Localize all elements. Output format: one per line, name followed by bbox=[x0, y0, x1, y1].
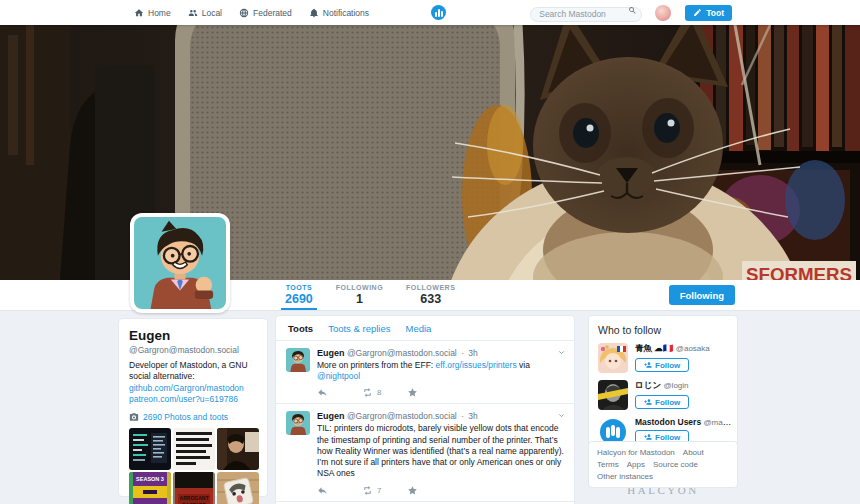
tab-toots-and-replies[interactable]: Toots & replies bbox=[328, 323, 390, 334]
tab-toots[interactable]: Toots bbox=[288, 323, 313, 334]
nav-item-notifications[interactable]: Notifications bbox=[309, 8, 369, 18]
media-tile-sticker[interactable] bbox=[217, 472, 259, 504]
eugen-avatar-illustration bbox=[134, 217, 226, 309]
toot-1[interactable]: Eugen @Gargron@mastodon.social · 3h More… bbox=[276, 341, 574, 404]
suggestion-info: 青魚 ☁🇫🇷 @aosaka Follow bbox=[635, 343, 728, 373]
photos-link-label: 2690 Photos and toots bbox=[143, 412, 228, 422]
profile-avatar[interactable] bbox=[130, 213, 230, 313]
profile-header-image[interactable]: SFORMERS bbox=[0, 25, 860, 280]
photos-and-toots-link[interactable]: 2690 Photos and toots bbox=[129, 412, 257, 422]
home-icon bbox=[134, 8, 144, 18]
chevron-down-icon[interactable] bbox=[557, 348, 566, 357]
media-tile-beer-box[interactable]: ARROGANT BASTARD bbox=[173, 472, 215, 504]
stat-followers-label: FOLLOWERS bbox=[406, 284, 455, 291]
reply-button[interactable] bbox=[317, 387, 362, 398]
toot-timestamp[interactable]: 3h bbox=[468, 348, 477, 358]
toot-text-segment: via bbox=[517, 360, 530, 370]
footer-link-source[interactable]: Source code bbox=[653, 460, 698, 469]
profile-bio: Developer of Mastodon, a GNU social alte… bbox=[129, 360, 257, 406]
toot-author-avatar[interactable] bbox=[286, 348, 310, 372]
tab-media[interactable]: Media bbox=[405, 323, 431, 334]
suggestion-handle[interactable]: @login bbox=[663, 381, 688, 390]
suggestion-info: ロじン @login Follow bbox=[635, 380, 728, 410]
follow-button[interactable]: Follow bbox=[635, 395, 689, 409]
who-to-follow-card: Who to follow 青魚 ☁🇫🇷 @aosaka Follow bbox=[588, 315, 738, 459]
nav-home-label: Home bbox=[148, 8, 171, 18]
nav-item-home[interactable]: Home bbox=[134, 8, 171, 18]
bio-github-link[interactable]: github.com/Gargron/mastodon bbox=[129, 383, 244, 393]
season3-title: SEASON 3 bbox=[136, 476, 164, 482]
nav-item-federated[interactable]: Federated bbox=[239, 8, 292, 18]
bell-icon bbox=[309, 8, 319, 18]
top-navbar: Home Local Federated Notifications bbox=[0, 0, 860, 25]
footer-link-halcyon[interactable]: Halcyon for Mastodon bbox=[597, 448, 675, 457]
halcyon-logo-icon[interactable] bbox=[431, 5, 446, 20]
toot-button[interactable]: Toot bbox=[685, 5, 732, 21]
stat-followers-value: 633 bbox=[420, 292, 441, 306]
boost-icon bbox=[362, 485, 373, 496]
main-nav: Home Local Federated Notifications bbox=[134, 8, 369, 18]
toot-author-name[interactable]: Eugen bbox=[317, 411, 345, 421]
suggestion-name[interactable]: Mastodon Users bbox=[635, 417, 701, 427]
footer-link-terms[interactable]: Terms bbox=[597, 460, 619, 469]
toot-author-handle[interactable]: @Gargron@mastodon.social bbox=[347, 411, 457, 421]
media-tile-terminal[interactable] bbox=[129, 428, 171, 470]
toot-2[interactable]: Eugen @Gargron@mastodon.social · 3h TIL:… bbox=[276, 404, 574, 501]
profile-stats-bar: TOOTS 2690 FOLLOWING 1 FOLLOWERS 633 Fol… bbox=[0, 280, 860, 311]
media-tile-news[interactable] bbox=[173, 428, 215, 470]
news-screenshot-thumb bbox=[173, 428, 215, 470]
footer-link-about[interactable]: About bbox=[683, 448, 704, 457]
eugen-avatar-illustration bbox=[286, 411, 310, 435]
suggestion-row-aosaka: 青魚 ☁🇫🇷 @aosaka Follow bbox=[598, 343, 728, 373]
beer-box-thumb: ARROGANT BASTARD bbox=[173, 472, 215, 504]
boost-button[interactable]: 8 bbox=[362, 387, 407, 398]
search-input[interactable] bbox=[530, 7, 642, 22]
suggestion-handle[interactable]: @aosaka bbox=[676, 344, 710, 353]
stat-toots-label: TOOTS bbox=[286, 284, 312, 291]
follow-button[interactable]: Follow bbox=[635, 358, 689, 372]
toot-mention-link[interactable]: @nightpool bbox=[317, 371, 360, 381]
users-icon bbox=[188, 8, 198, 18]
navbar-right: Toot bbox=[530, 3, 732, 22]
stat-followers[interactable]: FOLLOWERS 633 bbox=[402, 280, 459, 310]
suggestion-name[interactable]: ロじン bbox=[635, 380, 661, 390]
suggestion-avatar[interactable] bbox=[598, 380, 628, 410]
toot-author-name[interactable]: Eugen bbox=[317, 348, 345, 358]
suggestion-name[interactable]: 青魚 ☁🇫🇷 bbox=[635, 343, 673, 353]
media-tile-webcam[interactable] bbox=[217, 428, 259, 470]
boost-count: 8 bbox=[377, 388, 381, 397]
bio-patreon-link[interactable]: patreon.com/user?u=619786 bbox=[129, 394, 238, 404]
toot-author-handle[interactable]: @Gargron@mastodon.social bbox=[347, 348, 457, 358]
eugen-avatar-illustration bbox=[286, 348, 310, 372]
suggestion-handle[interactable]: @mastodo… bbox=[704, 417, 736, 427]
toot-body: Eugen @Gargron@mastodon.social · 3h More… bbox=[317, 348, 564, 398]
following-button[interactable]: Following bbox=[669, 285, 735, 305]
bio-text: Developer of Mastodon, a GNU social alte… bbox=[129, 360, 248, 381]
boost-button[interactable]: 7 bbox=[362, 485, 407, 496]
person-plus-icon bbox=[644, 361, 652, 369]
toot-link[interactable]: eff.org/issues/printers bbox=[436, 360, 517, 370]
beer-label-top: ARROGANT bbox=[180, 495, 209, 501]
stat-toots-value: 2690 bbox=[285, 292, 313, 306]
stat-following[interactable]: FOLLOWING 1 bbox=[332, 280, 387, 310]
chevron-down-icon[interactable] bbox=[557, 411, 566, 420]
current-user-avatar[interactable] bbox=[655, 5, 671, 21]
nav-local-label: Local bbox=[202, 8, 222, 18]
compose-icon bbox=[693, 8, 702, 17]
stat-toots[interactable]: TOOTS 2690 bbox=[281, 280, 317, 310]
halcyon-app: Home Local Federated Notifications bbox=[0, 0, 860, 504]
search-icon[interactable] bbox=[628, 6, 637, 15]
media-tile-season3[interactable]: SEASON 3 COMPETITIVE PLAY bbox=[129, 472, 171, 504]
toot-author-avatar[interactable] bbox=[286, 411, 310, 435]
toot-timestamp[interactable]: 3h bbox=[468, 411, 477, 421]
favourite-button[interactable] bbox=[407, 485, 452, 496]
footer-link-instances[interactable]: Other instances bbox=[597, 472, 653, 481]
profile-handle: @Gargron@mastodon.social bbox=[129, 345, 257, 355]
suggestion-avatar[interactable] bbox=[598, 343, 628, 373]
footer-link-apps[interactable]: Apps bbox=[627, 460, 645, 469]
reply-button[interactable] bbox=[317, 485, 362, 496]
nav-item-local[interactable]: Local bbox=[188, 8, 222, 18]
toot-button-label: Toot bbox=[706, 8, 724, 18]
favourite-button[interactable] bbox=[407, 387, 452, 398]
suggestion-row-login: ロじン @login Follow bbox=[598, 380, 728, 410]
